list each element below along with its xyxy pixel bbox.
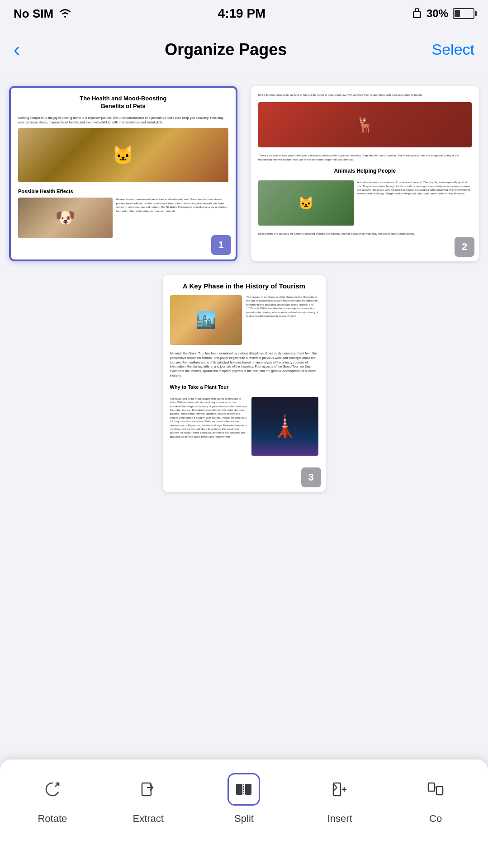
page2-two-col: 🐱 Animals can serve as a source of comfo…: [258, 180, 472, 226]
toolbar-split[interactable]: Split: [221, 773, 266, 825]
battery-indicator: [453, 8, 474, 19]
page3-body-right: The degree of continuity and big change …: [246, 295, 318, 348]
svg-rect-7: [436, 787, 443, 795]
page3-section-title: Why to Take a Plant Tour: [170, 384, 318, 390]
page3-body-main: Although the Grand Tour has been examine…: [170, 351, 318, 378]
split-icon: [227, 773, 260, 806]
page1-section-title: Possible Health Effects: [18, 189, 228, 194]
back-button[interactable]: ‹: [14, 39, 20, 61]
page1-title: The Health and Mood-BoostingBenefits of …: [18, 95, 228, 110]
page3-bottom-section: The royal land is the most sought after …: [170, 397, 318, 456]
page-card-1[interactable]: The Health and Mood-BoostingBenefits of …: [9, 86, 237, 261]
page2-section-title: Animals Helping People: [258, 168, 472, 174]
svg-rect-6: [428, 783, 435, 791]
page2-image-top: 🦌: [258, 102, 472, 147]
page-card-2[interactable]: NIH is funding large-scale surveys to fi…: [251, 86, 479, 261]
page2-number: 2: [455, 237, 474, 257]
page2-section-body: Animals can serve as a source of comfort…: [357, 180, 472, 226]
status-bar: No SIM 4:19 PM 30%: [0, 0, 488, 27]
insert-label: Insert: [327, 813, 352, 825]
extract-label: Extract: [133, 813, 163, 825]
rotate-label: Rotate: [38, 813, 67, 825]
pages-grid: The Health and Mood-BoostingBenefits of …: [0, 72, 488, 618]
page-card-3[interactable]: A Key Phase in the History of Tourism 🏙️…: [163, 275, 326, 492]
rotate-icon: [36, 773, 69, 806]
toolbar-compress[interactable]: Co: [413, 773, 458, 825]
page3-top-section: 🏙️ The degree of continuity and big chan…: [170, 295, 318, 348]
page3-image-top: 🏙️: [170, 295, 242, 345]
insert-icon: [323, 773, 356, 806]
page1-image-bottom: 🐶: [18, 198, 113, 238]
svg-rect-2: [236, 784, 242, 795]
svg-rect-3: [245, 784, 251, 795]
toolbar-rotate[interactable]: Rotate: [30, 773, 75, 825]
page-thumb-1: The Health and Mood-BoostingBenefits of …: [11, 88, 236, 259]
select-button[interactable]: Select: [431, 41, 474, 58]
bottom-toolbar: Rotate Extract Split In: [0, 760, 488, 868]
page1-body: Nothing compares to the joy of coming ho…: [18, 116, 228, 125]
page3-section-body: The royal land is the most sought after …: [170, 397, 248, 456]
compress-icon: [419, 773, 452, 806]
lock-icon: [412, 6, 422, 21]
toolbar-extract[interactable]: Extract: [126, 773, 171, 825]
time-label: 4:19 PM: [218, 6, 266, 21]
status-right: 30%: [412, 6, 474, 21]
svg-rect-0: [413, 12, 421, 18]
compress-label: Co: [429, 813, 442, 825]
split-label: Split: [234, 813, 254, 825]
page2-image-bottom: 🐱: [258, 180, 355, 226]
nav-bar: ‹ Organize Pages Select: [0, 27, 488, 72]
wifi-icon: [59, 7, 71, 21]
toolbar-insert[interactable]: Insert: [317, 773, 362, 825]
page3-image-bottom: 🗼: [251, 397, 318, 456]
page2-body-bottom: Researchers are studying the safety of b…: [258, 232, 472, 236]
page1-two-col: 🐶 Research on human-animal interactions …: [18, 198, 228, 238]
page3-title: A Key Phase in the History of Tourism: [170, 282, 318, 290]
battery-percent: 30%: [426, 7, 448, 20]
page2-body-top: NIH is funding large-scale surveys to fi…: [258, 93, 472, 97]
carrier-label: No SIM: [14, 7, 53, 21]
page-title: Organize Pages: [165, 40, 287, 59]
page-thumb-2: NIH is funding large-scale surveys to fi…: [251, 86, 479, 258]
page1-number: 1: [211, 235, 231, 255]
page1-image-top: 🐱: [18, 128, 228, 182]
page2-body-mid: "There's not one answer about how a pet …: [258, 154, 472, 161]
extract-icon: [132, 773, 165, 806]
status-left: No SIM: [14, 7, 71, 21]
page3-number: 3: [301, 467, 321, 487]
page-thumb-3: A Key Phase in the History of Tourism 🏙️…: [163, 275, 326, 492]
page1-section-body: Research on human-animal interactions is…: [116, 198, 228, 238]
